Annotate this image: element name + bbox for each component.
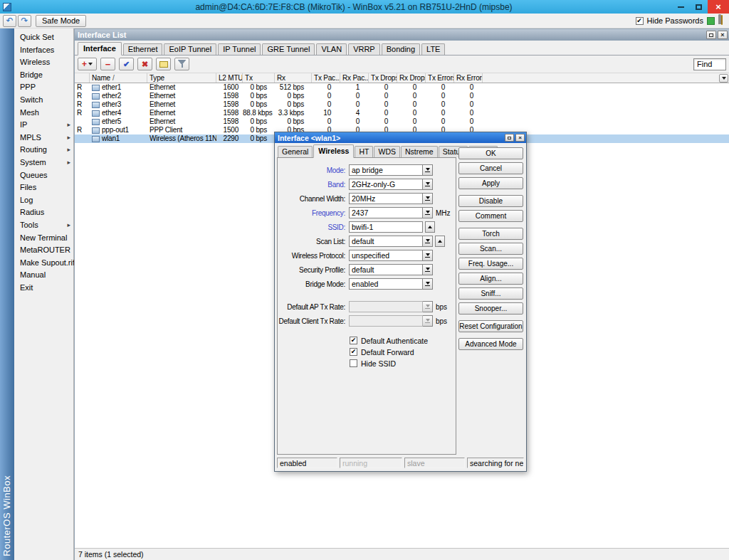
ssid-input[interactable]: bwifi-1 bbox=[349, 221, 423, 233]
sidebar-item-ppp[interactable]: PPP bbox=[14, 81, 73, 94]
table-row[interactable]: R ether1 Ethernet 1600 0 bps 512 bps 0 1… bbox=[75, 83, 729, 92]
sidebar-item-bridge[interactable]: Bridge bbox=[14, 69, 73, 82]
disable-button[interactable]: ✖ bbox=[137, 58, 152, 70]
column-tx-packet[interactable]: Tx Pac... bbox=[312, 73, 340, 83]
sidebar-item-new-terminal[interactable]: New Terminal bbox=[14, 232, 73, 245]
tab-eoip-tunnel[interactable]: EoIP Tunnel bbox=[164, 43, 216, 55]
dropdown-icon[interactable] bbox=[423, 264, 433, 275]
hide-passwords-checkbox[interactable]: ✔ bbox=[636, 17, 644, 25]
mode-select[interactable]: ap bridge bbox=[349, 164, 423, 176]
tab-general[interactable]: General bbox=[278, 146, 313, 157]
frequency-input[interactable]: 2437 bbox=[349, 207, 423, 218]
column-tx-errors[interactable]: Tx Errors bbox=[426, 73, 454, 83]
column-rx[interactable]: Rx bbox=[275, 73, 312, 83]
checkbox-default-authenticate[interactable]: ✔ Default Authenticate bbox=[350, 335, 456, 346]
sidebar-item-interfaces[interactable]: Interfaces bbox=[14, 44, 73, 57]
table-row[interactable]: R ether2 Ethernet 1598 0 bps 0 bps 0 0 0… bbox=[75, 92, 729, 100]
security-profile-select[interactable]: default bbox=[349, 264, 423, 275]
tab-ethernet[interactable]: Ethernet bbox=[123, 43, 163, 55]
tab-interface[interactable]: Interface bbox=[78, 42, 122, 56]
column-type[interactable]: Type bbox=[147, 73, 216, 83]
dropdown-icon[interactable] bbox=[423, 164, 433, 176]
dropdown-icon[interactable] bbox=[423, 250, 433, 261]
dialog-maximize-button[interactable] bbox=[505, 134, 514, 142]
enable-button[interactable]: ✔ bbox=[119, 58, 134, 70]
column-tx-drops[interactable]: Tx Drops bbox=[369, 73, 397, 83]
undo-button[interactable]: ↶ bbox=[3, 15, 16, 27]
bridge-mode-select[interactable]: enabled bbox=[349, 278, 423, 290]
sidebar-item-log[interactable]: Log bbox=[14, 194, 73, 207]
sidebar-item-quick-set[interactable]: Quick Set bbox=[14, 31, 73, 44]
collapse-up-icon[interactable] bbox=[425, 221, 435, 233]
table-row[interactable]: ether5 Ethernet 1598 0 bps 0 bps 0 0 0 0… bbox=[75, 117, 729, 126]
sidebar-item-mpls[interactable]: MPLS▸ bbox=[14, 132, 73, 144]
column-rx-packet[interactable]: Rx Pac... bbox=[340, 73, 369, 83]
close-button[interactable]: × bbox=[708, 0, 729, 14]
sidebar-item-make-supout-rif[interactable]: Make Supout.rif bbox=[14, 257, 73, 270]
tab-ht[interactable]: HT bbox=[355, 146, 373, 157]
table-row[interactable]: R ether4 Ethernet 1598 88.8 kbps 3.3 kbp… bbox=[75, 109, 729, 117]
band-select[interactable]: 2GHz-only-G bbox=[349, 179, 423, 190]
column-rx-errors[interactable]: Rx Errors bbox=[454, 73, 483, 83]
column-l2mtu[interactable]: L2 MTU bbox=[216, 73, 243, 83]
scan-list-select[interactable]: default bbox=[349, 236, 423, 247]
tab-wds[interactable]: WDS bbox=[374, 146, 400, 157]
column-selector-button[interactable] bbox=[719, 74, 728, 83]
window-maximize-button[interactable] bbox=[706, 31, 716, 39]
sidebar-item-switch[interactable]: Switch bbox=[14, 94, 73, 107]
ok-button[interactable]: OK bbox=[458, 147, 523, 159]
sidebar-item-system[interactable]: System▸ bbox=[14, 157, 73, 169]
maximize-button[interactable] bbox=[690, 0, 708, 14]
sidebar-item-metarouter[interactable]: MetaROUTER bbox=[14, 244, 73, 257]
tab-lte[interactable]: LTE bbox=[421, 43, 445, 55]
window-close-button[interactable]: × bbox=[718, 31, 728, 39]
checkbox-unchecked-icon[interactable] bbox=[350, 359, 357, 367]
checkbox-checked-icon[interactable]: ✔ bbox=[350, 348, 357, 356]
sidebar-item-mesh[interactable]: Mesh bbox=[14, 107, 73, 120]
dropdown-icon[interactable] bbox=[423, 278, 433, 290]
minimize-button[interactable] bbox=[672, 0, 690, 14]
collapse-up-icon[interactable] bbox=[435, 236, 445, 247]
filter-button[interactable] bbox=[174, 58, 189, 70]
column-tx[interactable]: Tx bbox=[243, 73, 275, 83]
dropdown-icon[interactable] bbox=[423, 193, 433, 204]
column-name[interactable]: Name/ bbox=[90, 73, 147, 83]
safe-mode-button[interactable]: Safe Mode bbox=[36, 15, 86, 27]
tab-ip-tunnel[interactable]: IP Tunnel bbox=[218, 43, 261, 55]
table-row[interactable]: R ether3 Ethernet 1598 0 bps 0 bps 0 0 0… bbox=[75, 100, 729, 109]
sidebar-item-queues[interactable]: Queues bbox=[14, 169, 73, 182]
tab-vrrp[interactable]: VRRP bbox=[348, 43, 380, 55]
tab-gre-tunnel[interactable]: GRE Tunnel bbox=[262, 43, 315, 55]
cancel-button[interactable]: Cancel bbox=[458, 162, 523, 174]
find-input[interactable]: Find bbox=[693, 58, 726, 70]
advanced-mode-button[interactable]: Advanced Mode bbox=[458, 338, 523, 350]
align-button[interactable]: Align... bbox=[458, 273, 523, 285]
tab-nstreme[interactable]: Nstreme bbox=[401, 146, 438, 157]
sidebar-item-wireless[interactable]: Wireless bbox=[14, 56, 73, 69]
dialog-close-button[interactable]: × bbox=[515, 134, 525, 142]
tab-bonding[interactable]: Bonding bbox=[382, 43, 420, 55]
channel-width-select[interactable]: 20MHz bbox=[349, 193, 423, 204]
reset-configuration-button[interactable]: Reset Configuration bbox=[458, 320, 523, 332]
dropdown-icon[interactable] bbox=[423, 179, 433, 190]
redo-button[interactable]: ↷ bbox=[18, 15, 31, 27]
checkbox-checked-icon[interactable]: ✔ bbox=[350, 337, 357, 344]
sniff-button[interactable]: Sniff... bbox=[458, 287, 523, 300]
checkbox-default-forward[interactable]: ✔ Default Forward bbox=[350, 347, 456, 357]
freq-usage-button[interactable]: Freq. Usage... bbox=[458, 258, 523, 270]
column-rx-drops[interactable]: Rx Drops bbox=[397, 73, 426, 83]
sidebar-item-manual[interactable]: Manual bbox=[14, 269, 73, 282]
dropdown-icon[interactable] bbox=[423, 207, 433, 218]
apply-button[interactable]: Apply bbox=[458, 177, 523, 189]
sidebar-item-exit[interactable]: Exit bbox=[14, 282, 73, 295]
dropdown-icon[interactable] bbox=[423, 236, 433, 247]
disable-button[interactable]: Disable bbox=[458, 195, 523, 207]
comment-button[interactable] bbox=[156, 58, 171, 70]
comment-button[interactable]: Comment bbox=[458, 210, 523, 222]
sidebar-item-routing[interactable]: Routing▸ bbox=[14, 144, 73, 157]
tab-wireless[interactable]: Wireless bbox=[313, 144, 354, 158]
add-button[interactable]: + bbox=[78, 58, 97, 70]
remove-button[interactable]: − bbox=[100, 58, 115, 70]
scan-button[interactable]: Scan... bbox=[458, 243, 523, 255]
sidebar-item-ip[interactable]: IP▸ bbox=[14, 119, 73, 132]
